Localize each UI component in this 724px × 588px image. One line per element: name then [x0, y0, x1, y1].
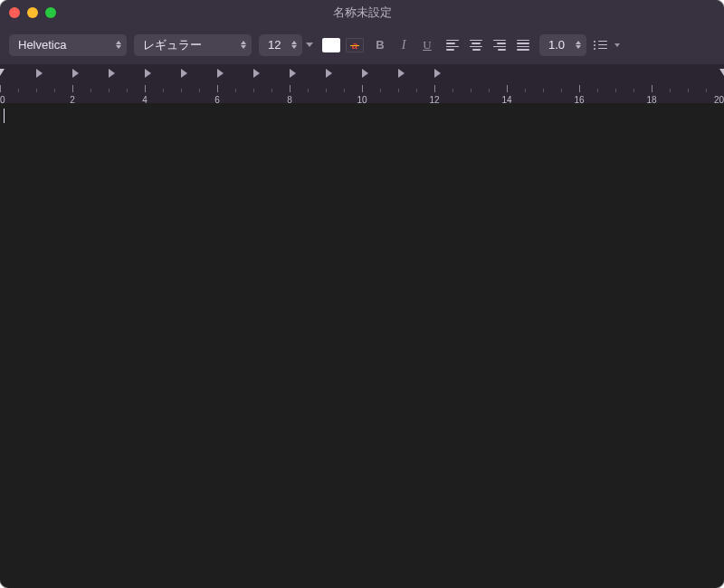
tab-stop-marker[interactable] [326, 69, 332, 78]
ruler-tick-minor [90, 89, 91, 92]
window: 名称未設定 Helvetica レギュラー 12 a B I [0, 0, 724, 588]
align-left-button[interactable] [443, 36, 462, 54]
ruler-tick-minor [471, 89, 472, 92]
ruler-tick-minor [18, 89, 19, 92]
ruler-tick-minor [326, 89, 327, 92]
ruler-tick-minor [36, 89, 37, 92]
ruler-label: 14 [501, 95, 511, 103]
chevron-updown-icon [241, 41, 246, 49]
ruler-tick-major [0, 85, 1, 92]
ruler[interactable]: 02468101214161820 [0, 65, 724, 103]
ruler-label: 16 [574, 95, 584, 103]
font-style-select[interactable]: レギュラー [134, 34, 252, 56]
ruler-tick-minor [489, 89, 490, 92]
ruler-label: 18 [646, 95, 656, 103]
text-editor-area[interactable] [0, 103, 724, 588]
close-window-button[interactable] [9, 7, 20, 18]
tab-stop-marker[interactable] [145, 69, 151, 78]
ruler-tick-major [434, 85, 435, 92]
ruler-tick-minor [452, 89, 453, 92]
text-color-swatch[interactable] [322, 38, 340, 52]
ruler-tick-major [290, 85, 291, 92]
ruler-tick-minor [235, 89, 236, 92]
align-center-icon [470, 40, 482, 51]
ruler-tick-major [145, 85, 146, 92]
text-cursor [4, 109, 5, 123]
window-title: 名称未設定 [0, 5, 724, 21]
ruler-label: 4 [142, 95, 148, 103]
ruler-tick-minor [181, 89, 182, 92]
chevron-updown-icon [576, 41, 581, 49]
font-family-select[interactable]: Helvetica [9, 34, 127, 56]
align-justify-button[interactable] [514, 36, 532, 54]
tab-stop-marker[interactable] [109, 69, 115, 78]
tab-stop-marker[interactable] [253, 69, 260, 78]
ruler-tick-minor [615, 89, 616, 92]
ruler-tick-minor [416, 89, 417, 92]
align-right-button[interactable] [491, 36, 509, 54]
ruler-tick-minor [272, 89, 272, 92]
ruler-tick-minor [634, 89, 634, 92]
tab-stop-marker[interactable] [72, 69, 79, 78]
align-center-button[interactable] [467, 36, 485, 54]
ruler-tick-minor [380, 89, 381, 92]
ruler-tick-minor [398, 89, 399, 92]
tab-stop-marker[interactable] [36, 69, 43, 78]
list-icon [594, 41, 607, 50]
ruler-ticks: 02468101214161820 [0, 81, 724, 103]
color-group: a [322, 38, 364, 52]
ruler-tick-minor [54, 89, 55, 92]
zoom-window-button[interactable] [45, 7, 56, 18]
underline-button[interactable]: U [418, 36, 436, 54]
ruler-tick-minor [670, 89, 671, 92]
tab-stop-marker[interactable] [398, 69, 405, 78]
chevron-down-icon[interactable] [306, 43, 313, 47]
ruler-tick-minor [199, 89, 200, 92]
ruler-tick-minor [688, 89, 689, 92]
tab-stop-marker[interactable] [434, 69, 441, 78]
bold-button[interactable]: B [371, 36, 389, 54]
font-size-value: 12 [268, 38, 281, 52]
tabstops-track [0, 65, 724, 80]
alignment-group [443, 36, 532, 54]
ruler-tick-minor [561, 89, 562, 92]
ruler-label: 10 [357, 95, 367, 103]
font-size-group: 12 [259, 34, 315, 56]
ruler-tick-minor [127, 89, 128, 92]
ruler-tick-minor [706, 89, 707, 92]
titlebar[interactable]: 名称未設定 [0, 0, 724, 25]
ruler-tick-minor [525, 89, 526, 92]
ruler-label: 2 [70, 95, 75, 103]
tab-stop-marker[interactable] [181, 69, 187, 78]
ruler-label: 6 [214, 95, 220, 103]
ruler-tick-major [72, 85, 73, 92]
highlight-color-swatch[interactable]: a [346, 38, 364, 52]
window-controls [9, 7, 56, 18]
list-style-group[interactable] [594, 41, 620, 50]
ruler-tick-major [652, 85, 653, 92]
text-style-group: B I U [371, 36, 436, 54]
ruler-label: 20 [714, 95, 724, 103]
font-family-value: Helvetica [18, 38, 66, 52]
ruler-tick-minor [253, 89, 254, 92]
align-justify-icon [517, 40, 529, 51]
ruler-tick-minor [543, 89, 544, 92]
chevron-updown-icon [116, 41, 121, 49]
tab-stop-marker[interactable] [217, 69, 224, 78]
ruler-tick-minor [344, 89, 345, 92]
ruler-tick-major [217, 85, 218, 92]
italic-button[interactable]: I [395, 36, 413, 54]
ruler-tick-major [507, 85, 508, 92]
chevron-updown-icon [291, 41, 297, 49]
tab-stop-marker[interactable] [362, 69, 368, 78]
font-style-value: レギュラー [143, 37, 202, 53]
minimize-window-button[interactable] [27, 7, 38, 18]
tab-stop-marker[interactable] [290, 69, 296, 78]
ruler-tick-major [579, 85, 580, 92]
ruler-tick-minor [109, 89, 110, 92]
align-left-icon [446, 40, 459, 51]
ruler-tick-minor [597, 89, 598, 92]
align-right-icon [493, 40, 506, 51]
font-size-select[interactable]: 12 [259, 34, 302, 56]
line-spacing-select[interactable]: 1.0 [539, 34, 586, 56]
